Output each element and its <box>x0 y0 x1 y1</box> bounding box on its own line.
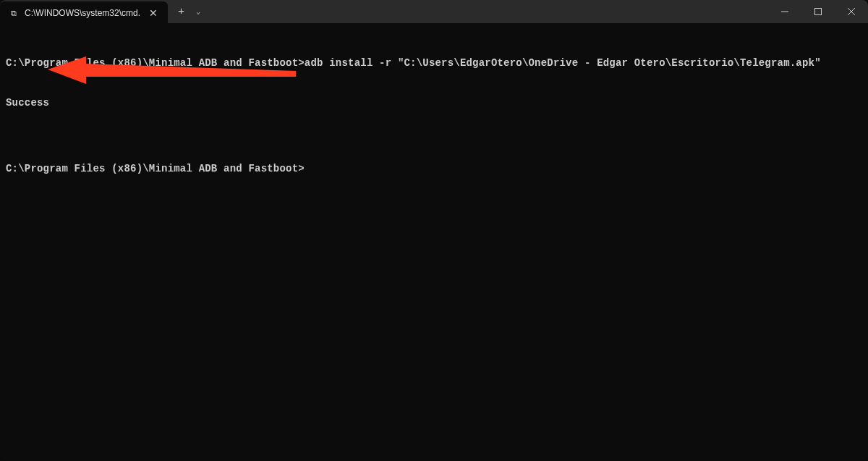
active-tab[interactable]: ⧉ C:\WINDOWS\system32\cmd. ✕ <box>0 1 168 25</box>
tab-dropdown-button[interactable]: ⌄ <box>192 4 205 19</box>
terminal-window: ⧉ C:\WINDOWS\system32\cmd. ✕ + ⌄ C:\Prog… <box>0 0 868 461</box>
svg-rect-1 <box>815 9 822 15</box>
window-controls <box>768 0 868 23</box>
minimize-button[interactable] <box>768 0 801 23</box>
titlebar[interactable]: ⧉ C:\WINDOWS\system32\cmd. ✕ + ⌄ <box>0 0 868 23</box>
close-button[interactable] <box>835 0 868 23</box>
tab-close-button[interactable]: ✕ <box>146 7 161 20</box>
titlebar-left: ⧉ C:\WINDOWS\system32\cmd. ✕ + ⌄ <box>0 0 205 23</box>
terminal-line-command: C:\Program Files (x86)\Minimal ADB and F… <box>6 56 862 69</box>
terminal-line-output: Success <box>6 96 862 109</box>
new-tab-button[interactable]: + <box>172 4 190 20</box>
maximize-button[interactable] <box>801 0 835 23</box>
terminal-line-prompt: C:\Program Files (x86)\Minimal ADB and F… <box>6 162 862 175</box>
cmd-icon: ⧉ <box>9 8 19 18</box>
tab-title: C:\WINDOWS\system32\cmd. <box>25 8 140 18</box>
terminal-body[interactable]: C:\Program Files (x86)\Minimal ADB and F… <box>0 23 868 461</box>
